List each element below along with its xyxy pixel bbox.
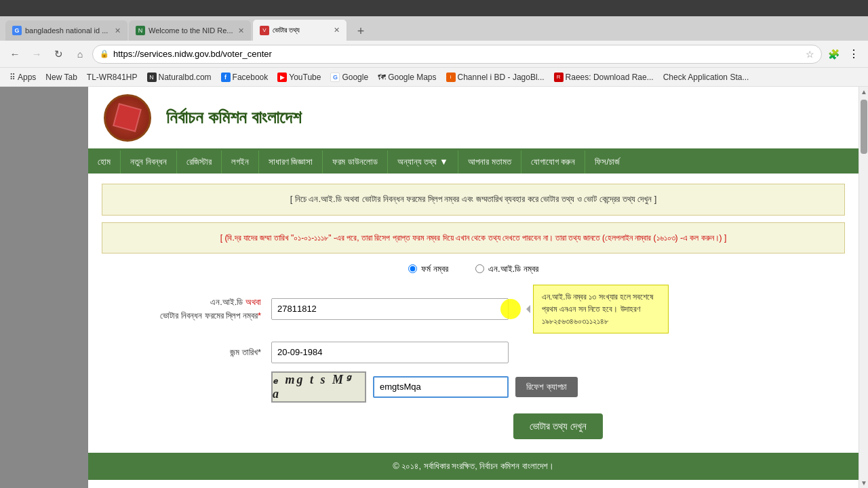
bookmark-youtube[interactable]: ▶ YouTube [273, 71, 325, 83]
captcha-text: ₑ mg t s Mᵍ a [273, 372, 365, 401]
tab-3[interactable]: V ভোটার তথ্য ✕ [252, 19, 347, 41]
radio-form-input[interactable] [408, 264, 417, 273]
channeli-label: Channel i BD - JagoBl... [458, 73, 545, 82]
tab-3-label: ভোটার তথ্য [273, 26, 330, 35]
nav-menu: হোম নতুন নিবন্ধন রেজিস্টার লগইন সাধারণ জ… [88, 150, 859, 174]
nav-faq[interactable]: সাধারণ জিজ্ঞাসা [259, 150, 323, 174]
page-viewport: নির্বাচন কমিশন বাংলাদেশ হোম নতুন নিবন্ধন… [0, 87, 868, 488]
dob-row: জন্ম তারিখ* [102, 342, 845, 363]
nav-contact[interactable]: যোগাযোগ করুন [521, 150, 586, 174]
back-button[interactable]: ← [5, 45, 24, 64]
tab-2-favicon: N [136, 26, 145, 35]
address-bar[interactable]: 🔒 ☆ [92, 45, 822, 64]
maps-favicon: 🗺 [378, 73, 386, 82]
scroll-down-arrow[interactable]: ▼ [859, 478, 868, 488]
radio-nid-label: এন.আই.ডি নম্বর [488, 264, 538, 274]
browser-chrome: G bangladesh national id ... ✕ N Welcome… [0, 0, 868, 488]
tlwr-label: TL-WR841HP [87, 73, 138, 82]
bookmark-tlwr[interactable]: TL-WR841HP [83, 71, 142, 83]
bookmark-google[interactable]: G Google [326, 71, 372, 83]
extensions-button[interactable]: 🧩 [825, 45, 842, 63]
google-label: Google [342, 73, 368, 82]
tab-1-label: bangladesh national id ... [25, 26, 111, 35]
scroll-track [861, 100, 867, 154]
warning-box: [ (বি.দ্র যাদের জম্মা তারিখ "০১-০১-১১১৮"… [102, 222, 845, 253]
nav-home[interactable]: হোম [88, 150, 121, 174]
lock-icon: 🔒 [100, 49, 109, 58]
refresh-captcha-button[interactable]: রিফেশ ক্যাপচা [515, 377, 578, 397]
radio-nid-number[interactable]: এন.আই.ডি নম্বর [475, 264, 538, 274]
info-text: [ নিচে এন.আই.ডি অথবা ভোটার নিবন্ধন ফরমের… [290, 194, 657, 204]
radio-form-label: ফর্ম নম্বর [421, 264, 448, 274]
captcha-input[interactable] [373, 376, 509, 398]
bookmark-apps[interactable]: ⠿ Apps [5, 71, 40, 83]
bookmark-newtab[interactable]: New Tab [41, 71, 81, 83]
tab-2-close[interactable]: ✕ [238, 26, 244, 35]
warning-text: [ (বি.দ্র যাদের জম্মা তারিখ "০১-০১-১১১৮"… [220, 233, 727, 243]
content-wrapper: [ নিচে এন.আই.ডি অথবা ভোটার নিবন্ধন ফরমের… [88, 174, 859, 446]
bookmarks-bar: ⠿ Apps New Tab TL-WR841HP N Naturalbd.co… [0, 68, 868, 87]
nav-fees[interactable]: ফিস/চার্জ [585, 150, 629, 174]
nav-register-new[interactable]: নতুন নিবন্ধন [121, 150, 177, 174]
refresh-button[interactable]: ↻ [49, 45, 68, 64]
tab-2-label: Welcome to the NID Re... [149, 26, 235, 35]
site-logo [102, 92, 153, 143]
scroll-up-arrow[interactable]: ▲ [859, 87, 868, 97]
nav-other[interactable]: অন্যান্য তথ্য ▼ [388, 150, 458, 174]
nav-register[interactable]: রেজিস্টার [177, 150, 222, 174]
radio-nid-input[interactable] [475, 264, 484, 273]
tooltip-box: এন.আই.ডি নম্বর ১৩ সংখ্যার হলে সবশেষে প্র… [533, 285, 669, 333]
site-footer: © ২০১৪, সর্বাধিকার সংরক্ষিত, নির্বাচন কম… [88, 453, 859, 480]
cursor-highlight [500, 299, 521, 319]
dob-input[interactable] [271, 342, 509, 363]
tab-1-close[interactable]: ✕ [115, 26, 121, 35]
naturalbd-label: Naturalbd.com [159, 73, 212, 82]
submit-area: ভোটার তথ্য দেখুন [271, 413, 845, 439]
captcha-row: ₑ mg t s Mᵍ a রিফেশ ক্যাপচা [102, 371, 845, 403]
bookmark-raees[interactable]: R Raees: Download Rae... [550, 71, 658, 83]
star-icon[interactable]: ☆ [806, 49, 814, 60]
nav-feedback[interactable]: আপনার মতামত [458, 150, 521, 174]
bookmark-maps[interactable]: 🗺 Google Maps [374, 71, 440, 83]
newtab-label: New Tab [45, 73, 77, 82]
left-sidebar [0, 87, 88, 488]
url-input[interactable] [113, 49, 802, 59]
scroll-thumb[interactable] [861, 100, 867, 154]
settings-button[interactable]: ⋮ [845, 45, 863, 63]
maps-label: Google Maps [388, 73, 436, 82]
facebook-label: Facebook [233, 73, 269, 82]
tooltip-arrow [522, 305, 530, 313]
captcha-image: ₑ mg t s Mᵍ a [271, 371, 366, 403]
tab-2[interactable]: N Welcome to the NID Re... ✕ [129, 20, 251, 41]
toolbar: ← → ↻ ⌂ 🔒 ☆ 🧩 ⋮ [0, 41, 868, 68]
info-box-1: [ নিচে এন.আই.ডি অথবা ভোটার নিবন্ধন ফরমের… [102, 184, 845, 216]
main-content: নির্বাচন কমিশন বাংলাদেশ হোম নতুন নিবন্ধন… [88, 87, 859, 488]
bookmark-check[interactable]: Check Application Sta... [659, 71, 753, 83]
tab-1-favicon: G [12, 26, 22, 35]
nid-input[interactable] [271, 298, 509, 320]
scrollbar[interactable]: ▲ ▼ [859, 87, 868, 488]
radio-group: ফর্ম নম্বর এন.আই.ডি নম্বর [102, 264, 845, 274]
tab-bar: G bangladesh national id ... ✕ N Welcome… [0, 16, 868, 41]
radio-form-number[interactable]: ফর্ম নম্বর [408, 264, 448, 274]
raees-favicon: R [554, 73, 564, 82]
tab-3-favicon: V [260, 26, 269, 35]
nid-row: এন.আই.ডি অথবা ভোটার নিবন্ধন ফরমের স্লিপ … [102, 285, 845, 333]
tab-1[interactable]: G bangladesh national id ... ✕ [5, 20, 127, 41]
new-tab-button[interactable]: + [351, 22, 370, 41]
apps-label: Apps [18, 73, 36, 82]
apps-icon: ⠿ [9, 73, 16, 82]
bookmark-naturalbd[interactable]: N Naturalbd.com [143, 71, 216, 83]
tab-3-close[interactable]: ✕ [334, 26, 340, 35]
nav-download[interactable]: ফরম ডাউনলোড [323, 150, 388, 174]
submit-button[interactable]: ভোটার তথ্য দেখুন [513, 413, 603, 439]
nav-login[interactable]: লগইন [222, 150, 259, 174]
bookmark-channeli[interactable]: i Channel i BD - JagoBl... [442, 71, 549, 83]
home-button[interactable]: ⌂ [71, 45, 90, 64]
youtube-label: YouTube [289, 73, 321, 82]
forward-button[interactable]: → [27, 45, 46, 64]
tooltip-text: এন.আই.ডি নম্বর ১৩ সংখ্যার হলে সবশেষে প্র… [542, 292, 653, 326]
bookmark-facebook[interactable]: f Facebook [217, 71, 273, 83]
title-bar [0, 0, 868, 16]
site-title: নির্বাচন কমিশন বাংলাদেশ [166, 107, 301, 128]
